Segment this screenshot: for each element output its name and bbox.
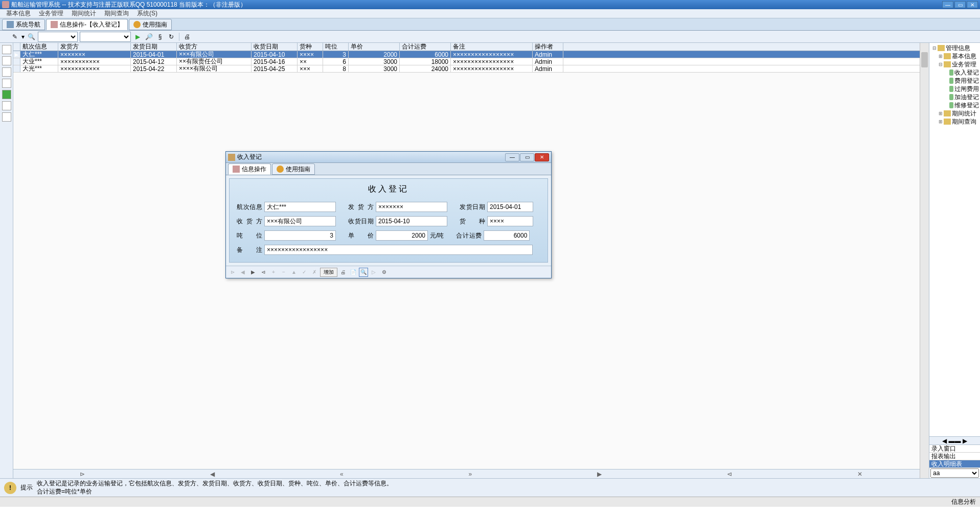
lb-icon-1[interactable] (2, 45, 11, 54)
recvdate-input[interactable] (376, 216, 447, 226)
col-shipdate[interactable]: 发货日期 (131, 43, 177, 51)
total-input[interactable] (484, 230, 530, 241)
preview-icon[interactable]: 📄 (349, 268, 358, 277)
remark-input[interactable] (264, 245, 533, 255)
tree-label: 加油登记 (954, 93, 979, 102)
nav-last-icon[interactable]: ⊲ (259, 268, 268, 277)
close-button[interactable]: ✕ (967, 1, 978, 8)
col-remark[interactable]: 备注 (451, 43, 533, 51)
receiver-input[interactable] (264, 216, 336, 226)
nav-prev-icon[interactable]: ◀ (238, 268, 247, 277)
right-bottom-item[interactable]: 收入明细表 (929, 460, 980, 468)
tab-income[interactable]: 信息操作-【收入登记】 (46, 19, 128, 30)
lb-icon-4[interactable] (2, 79, 11, 88)
nav-cancel-icon[interactable]: ✗ (310, 268, 319, 277)
tb-filter-icon[interactable]: § (155, 32, 165, 41)
tree-node[interactable]: ⊞期间查询 (930, 118, 979, 126)
menu-basic[interactable]: 基本信息 (2, 9, 35, 18)
nav-first-icon[interactable]: ⊳ (228, 268, 237, 277)
menu-stats[interactable]: 期间统计 (67, 9, 100, 18)
v-scrollbar[interactable] (920, 43, 929, 478)
tab-guide[interactable]: 使用指南 (129, 19, 172, 30)
tree-node[interactable]: 加油登记 (930, 93, 979, 101)
menu-bar: 基本信息 业务管理 期间统计 期间查询 系统(S) (0, 9, 980, 18)
grid-hscrollbar[interactable]: ⊳◀«»▶⊲✕ (13, 469, 929, 478)
zoom-icon[interactable]: 🔍 (359, 268, 368, 277)
tb-refresh-icon[interactable]: ↻ (167, 32, 176, 41)
tree-node[interactable]: 收入登记 (930, 68, 979, 77)
col-receiver[interactable]: 收货方 (177, 43, 252, 51)
tree-node[interactable]: 维修登记 (930, 101, 979, 109)
col-shipper[interactable]: 发货方 (58, 43, 131, 51)
modal-minimize-button[interactable]: — (505, 153, 519, 161)
tb-search-icon[interactable]: 🔍 (27, 32, 36, 41)
col-cargo[interactable]: 货种 (298, 43, 323, 51)
col-price[interactable]: 单价 (349, 43, 400, 51)
export-icon[interactable]: ▷ (369, 268, 378, 277)
lb-icon-2[interactable] (2, 56, 11, 65)
lb-icon-7[interactable] (2, 112, 11, 122)
modal-maximize-button[interactable]: ▭ (520, 153, 534, 161)
tree-node[interactable]: ⊟业务管理 (930, 60, 979, 68)
cell: 3000 (349, 58, 400, 65)
nav-next-icon[interactable]: ▶ (248, 268, 258, 277)
cargo-input[interactable] (487, 216, 533, 226)
bottom-label[interactable]: 信息分析 (951, 498, 976, 506)
col-voyage[interactable]: 航次信息 (20, 43, 58, 51)
nav-post-icon[interactable]: ✓ (300, 268, 309, 277)
col-weight[interactable]: 吨位 (323, 43, 349, 51)
table-row[interactable]: 大光***×××××××××××2015-04-22××××有限公司2015-0… (13, 65, 929, 73)
modal-tab-guide[interactable]: 使用指南 (272, 163, 315, 175)
print-icon[interactable]: 🖨 (338, 268, 348, 277)
nav-del-icon[interactable]: − (279, 268, 288, 277)
voyage-input[interactable] (264, 202, 336, 212)
shipdate-input[interactable] (487, 202, 533, 212)
tb-go-icon[interactable]: ▶ (133, 32, 142, 41)
menu-query[interactable]: 期间查询 (100, 9, 133, 18)
tip-label: 提示 (20, 483, 33, 492)
add-button[interactable]: 增加 (320, 268, 337, 277)
tb-find-icon[interactable]: 🔎 (144, 32, 153, 41)
help-icon (277, 166, 284, 173)
table-row[interactable]: ▶大仁***×××××××2015-04-01×××有限公司2015-04-10… (13, 51, 929, 58)
lb-icon-6[interactable] (2, 101, 11, 110)
tree-node[interactable]: ⊞基本信息 (930, 52, 979, 60)
right-combo[interactable]: aa (930, 468, 979, 478)
tb-dropdown-arrow[interactable]: ▾ (21, 33, 25, 40)
tab-sysnav[interactable]: 系统导航 (2, 19, 45, 30)
weight-input[interactable] (264, 230, 336, 241)
nav-edit-icon[interactable]: ▲ (289, 268, 299, 277)
modal-titlebar[interactable]: 收入登记 — ▭ ✕ (226, 152, 551, 163)
tree-root[interactable]: ⊟ 管理信息 (930, 44, 979, 52)
tree-hscroll[interactable]: ◀ ▬▬ ▶ (929, 436, 980, 444)
col-recvdate[interactable]: 收货日期 (252, 43, 298, 51)
tb-print-icon[interactable]: 🖨 (183, 32, 192, 41)
col-total[interactable]: 合计运费 (400, 43, 451, 51)
tree-label: 收入登记 (954, 68, 979, 77)
settings-icon[interactable]: ⚙ (379, 268, 389, 277)
modal-heading: 收入登记 (237, 184, 540, 195)
tree-node[interactable]: ⊞期间统计 (930, 109, 979, 118)
cell: 2000 (349, 51, 400, 58)
shipper-input[interactable] (376, 202, 447, 212)
help-icon (133, 21, 141, 28)
col-operator[interactable]: 操作者 (533, 43, 563, 51)
tree-node[interactable]: 过闸费用 (930, 85, 979, 93)
lb-icon-3[interactable] (2, 67, 11, 77)
minimize-button[interactable]: — (942, 1, 953, 8)
modal-tab-info[interactable]: 信息操作 (228, 163, 271, 175)
menu-business[interactable]: 业务管理 (35, 9, 67, 18)
menu-system[interactable]: 系统(S) (133, 9, 162, 18)
modal-close-button[interactable]: ✕ (535, 153, 549, 161)
tree-label: 期间统计 (952, 109, 976, 118)
tree-node[interactable]: 费用登记 (930, 77, 979, 85)
maximize-button[interactable]: ▭ (954, 1, 966, 8)
cell: ×× (298, 58, 323, 65)
tb-combo2[interactable] (80, 32, 131, 42)
tb-edit-icon[interactable]: ✎ (10, 32, 19, 41)
lb-icon-5[interactable] (2, 90, 11, 99)
nav-add-icon[interactable]: + (269, 268, 278, 277)
price-input[interactable] (376, 230, 428, 241)
table-row[interactable]: 大业***×××××××××××2015-04-12××有限责任公司2015-0… (13, 58, 929, 65)
tb-combo1[interactable] (38, 32, 78, 42)
